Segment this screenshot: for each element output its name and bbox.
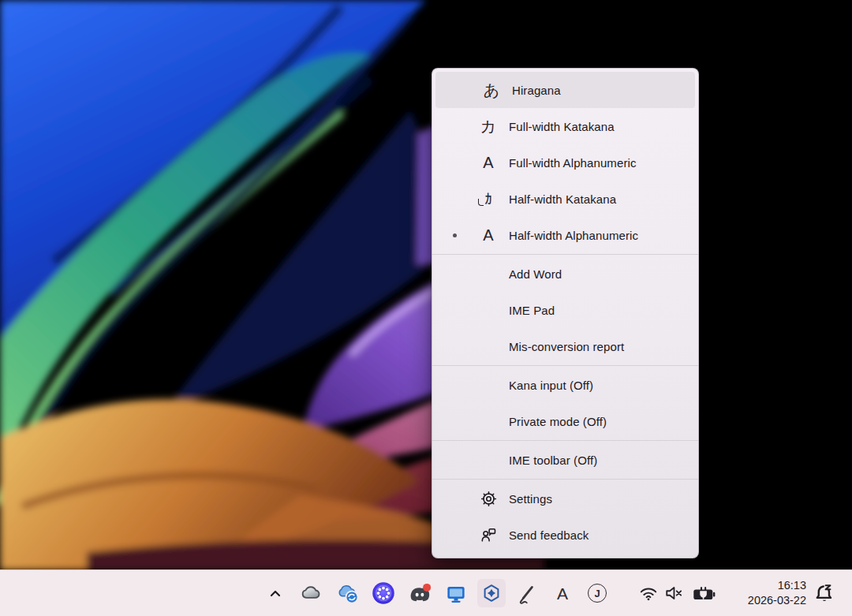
menu-divider [432,440,698,441]
show-hidden-icons-button[interactable] [261,579,290,607]
menu-item-label: IME Pad [509,304,555,317]
katakana-glyph-icon: カ [476,118,500,134]
menu-item-label: Hiragana [512,84,561,97]
menu-item-label: Send feedback [509,528,589,542]
settings-gear-icon [476,491,500,507]
notification-bell-dnd-icon [813,581,836,605]
alphanumeric-glyph-icon: A [476,155,500,170]
japanese-language-badge: J [588,584,607,603]
wallpaper-art [0,0,852,570]
menu-item-hiragana[interactable]: あ Hiragana [435,72,695,108]
menu-item-misconversion-report[interactable]: Mis-conversion report [432,328,698,364]
volume-muted-icon [664,583,685,603]
menu-item-ime-toolbar[interactable]: IME toolbar (Off) [432,442,698,478]
menu-item-ime-pad[interactable]: IME Pad [432,292,698,328]
cloud-sync-tray-button[interactable] [334,579,362,607]
menu-item-private-mode[interactable]: Private mode (Off) [432,403,698,439]
battery-tray-button[interactable] [690,579,719,607]
onedrive-cloud-icon [300,582,322,604]
menu-item-label: Kana input (Off) [509,379,593,392]
menu-item-halfwidth-katakana[interactable]: ｶ Half-width Katakana [432,181,698,217]
cloud-sync-icon [336,581,360,605]
pen-input-tray-button[interactable] [513,579,541,607]
ime-mode-letter: A [557,585,568,602]
menu-item-fullwidth-alphanumeric[interactable]: A Full-width Alphanumeric [432,144,698,181]
wifi-tray-button[interactable] [634,579,663,607]
ime-context-menu: あ Hiragana カ Full-width Katakana A Full-… [432,68,699,558]
selected-radio-dot [453,233,457,237]
hexagon-app-tray-button[interactable] [477,579,506,607]
send-feedback-icon [476,527,500,543]
ime-mode-indicator[interactable]: A [548,579,577,607]
halfwidth-katakana-glyph-icon: ｶ [476,191,500,207]
menu-item-label: IME toolbar (Off) [509,454,597,467]
taskbar-clock[interactable]: 16:13 2026-03-22 [748,578,806,608]
pen-input-icon [516,582,538,604]
discord-icon [408,581,432,605]
menu-item-label: Half-width Katakana [509,192,616,206]
language-indicator[interactable]: J [583,579,611,607]
menu-item-kana-input[interactable]: Kana input (Off) [432,367,698,403]
menu-item-add-word[interactable]: Add Word [432,256,698,292]
menu-divider [432,365,698,366]
menu-divider [432,254,698,255]
menu-item-settings[interactable]: Settings [432,480,698,517]
menu-item-label: Full-width Katakana [509,120,615,133]
menu-item-halfwidth-alphanumeric[interactable]: A Half-width Alphanumeric [432,217,698,253]
chevron-up-icon [265,583,286,603]
desktop-wallpaper [0,0,852,570]
indigo-app-tray-button[interactable] [369,579,398,607]
hiragana-glyph-icon: あ [480,82,503,98]
onedrive-tray-button[interactable] [297,579,325,607]
menu-divider [432,479,698,480]
notification-center-button[interactable] [810,579,839,607]
monitor-app-icon [444,581,468,605]
menu-item-fullwidth-katakana[interactable]: カ Full-width Katakana [432,108,698,144]
clock-time: 16:13 [748,578,806,593]
battery-charging-icon [692,582,717,604]
menu-item-label: Settings [509,492,552,506]
menu-item-label: Full-width Alphanumeric [509,156,637,170]
clock-date: 2026-03-22 [748,593,806,608]
taskbar: A J 16:13 2026-03-22 [0,569,852,616]
indigo-ring-app-icon [372,581,395,605]
alphanumeric-glyph-icon: A [476,227,500,243]
menu-item-send-feedback[interactable]: Send feedback [432,517,698,553]
menu-item-label: Private mode (Off) [509,415,607,428]
discord-tray-button[interactable] [405,579,434,607]
hexagon-sparkle-app-icon [480,582,503,604]
notification-badge [423,584,431,592]
monitor-app-tray-button[interactable] [442,579,470,607]
menu-item-label: Mis-conversion report [509,340,624,353]
radio-column [432,233,476,237]
menu-item-label: Half-width Alphanumeric [509,229,638,242]
menu-item-label: Add Word [509,267,562,281]
wifi-icon [638,583,659,603]
volume-tray-button[interactable] [660,579,689,607]
